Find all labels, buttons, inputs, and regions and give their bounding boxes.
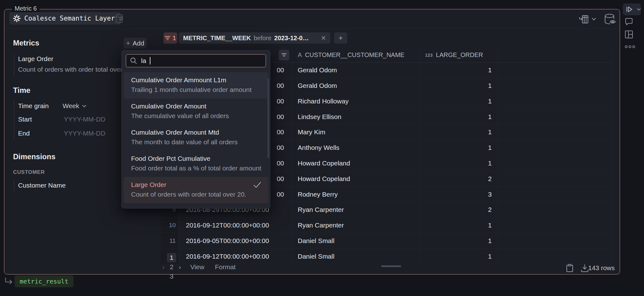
time-grain-select[interactable]: Week — [63, 102, 87, 110]
add-label: Add — [133, 40, 144, 47]
end-date-input[interactable]: YYYY-MM-DD — [64, 130, 105, 137]
search-icon — [130, 57, 137, 64]
page-3[interactable]: 3 — [167, 272, 176, 281]
large-order-cell: 1 — [420, 94, 498, 109]
filter-count-chip[interactable]: 1 — [163, 32, 177, 44]
customer-name-cell: Ryan Carpenter — [293, 218, 420, 233]
metric-option-description: The month to date value of all orders — [131, 138, 268, 146]
customer-name-cell: Howard Copeland — [293, 171, 420, 186]
format-menu[interactable]: Format — [215, 263, 236, 271]
download-icon[interactable] — [581, 264, 589, 272]
dimension-indent-bar — [14, 180, 14, 192]
run-cell-button[interactable] — [623, 3, 641, 15]
next-page-icon[interactable]: › — [179, 263, 181, 271]
empty-cell — [498, 202, 613, 217]
empty-cell — [498, 63, 613, 78]
metric-item-description: Count of orders with order total over 20… — [18, 66, 133, 73]
filter-field: METRIC_TIME__WEEK — [183, 35, 251, 42]
time-grain-label: Time grain — [18, 102, 49, 110]
output-table-toggle-icon[interactable] — [579, 15, 589, 24]
metric-time-cell: 2016-09-12T00:00:00+00:00 — [179, 218, 293, 233]
empty-column-header — [498, 48, 613, 62]
view-menu[interactable]: View — [190, 263, 204, 271]
empty-cell — [498, 233, 613, 248]
filter-operator: before — [254, 35, 272, 42]
remove-filter-icon[interactable]: ✕ — [321, 34, 326, 42]
large-order-cell: 3 — [420, 187, 498, 202]
empty-cell — [498, 125, 613, 140]
metric-option[interactable]: Cumulative Order Amount MtdThe month to … — [124, 125, 268, 151]
column-label: LARGE_ORDER — [436, 51, 483, 59]
prev-page-icon[interactable]: ‹ — [162, 263, 164, 271]
metric-option[interactable]: Cumulative Order Ammount L1mTrailing 1 m… — [124, 72, 268, 98]
time-grain-value: Week — [63, 102, 79, 110]
large-order-cell: 1 — [420, 78, 498, 93]
large-order-cell: 2 — [420, 202, 498, 217]
dropdown-scrollbar[interactable] — [268, 79, 269, 158]
time-heading: Time — [13, 86, 31, 95]
dimensions-heading: Dimensions — [13, 152, 55, 161]
output-table-chevron-icon[interactable] — [591, 17, 596, 21]
view-source-data-icon[interactable] — [603, 13, 618, 25]
empty-cell — [498, 78, 613, 93]
cell-title-bar: Coalesce Semantic Layer — [4, 9, 620, 29]
filter-count: 1 — [173, 35, 176, 42]
output-arrow-icon — [4, 277, 13, 285]
add-filter-button[interactable]: + — [334, 32, 347, 44]
page-2[interactable]: 2 — [167, 262, 176, 272]
large-order-cell: 2 — [420, 171, 498, 186]
time-indent-bar — [14, 101, 14, 139]
table-row[interactable]: 112016-09-05T00:00:00+00:00Daniel Small1 — [161, 233, 613, 249]
check-icon — [253, 181, 261, 188]
more-options-icon[interactable] — [625, 45, 635, 49]
search-query: la — [141, 57, 146, 64]
table-row[interactable]: 102016-09-12T00:00:00+00:00Ryan Carpente… — [161, 218, 613, 233]
empty-cell — [498, 109, 613, 124]
customer-name-cell: Rodney Berry — [293, 187, 420, 202]
metric-option[interactable]: Large OrderCount of orders with order to… — [124, 177, 268, 203]
start-date-input[interactable]: YYYY-MM-DD — [64, 116, 105, 123]
large-order-cell: 1 — [420, 233, 498, 248]
add-metric-button[interactable]: + Add — [124, 38, 147, 49]
output-variable-chip[interactable]: metric_result — [15, 275, 73, 287]
customer-name-cell: Daniel Small — [293, 233, 420, 248]
metric-option-title: Cumulative Order Amount Mtd — [131, 129, 268, 136]
filter-value: 2023-12-0… — [274, 35, 309, 42]
empty-cell — [498, 187, 613, 202]
large-order-cell: 1 — [420, 140, 498, 155]
metric-option[interactable]: Food Order Pct CumulativeFood order tota… — [124, 151, 268, 177]
empty-cell — [498, 140, 613, 155]
text-cursor — [150, 57, 150, 64]
customer-name-column-header[interactable]: A CUSTOMER__CUSTOMER_NAME — [293, 48, 420, 62]
customer-name-cell: Anthony Wells — [293, 140, 420, 155]
column-filter-icon[interactable] — [279, 50, 289, 60]
customer-name-cell: Howard Copeland — [293, 156, 420, 171]
metric-item-large-order[interactable]: Large Order — [18, 55, 53, 63]
layout-panels-icon[interactable] — [625, 30, 633, 39]
metric-option-title: Cumulative Order Amount — [131, 103, 268, 110]
dimension-group-customer: CUSTOMER — [13, 169, 45, 175]
metric-option[interactable]: Cumulative Order AmountThe cumulative va… — [124, 98, 268, 125]
metric-search-input[interactable]: la — [126, 54, 266, 67]
semantic-layer-source-button[interactable]: Coalesce Semantic Layer — [9, 12, 121, 25]
metric-option-list: Cumulative Order Ammount L1mTrailing 1 m… — [124, 72, 268, 203]
customer-name-cell: Richard Holloway — [293, 94, 420, 109]
customer-name-cell: Mary Kim — [293, 125, 420, 140]
row-number: 11 — [161, 233, 179, 248]
empty-cell — [498, 156, 613, 171]
large-order-column-header[interactable]: 123 LARGE_ORDER — [420, 48, 498, 62]
column-label: CUSTOMER__CUSTOMER_NAME — [305, 51, 404, 59]
filter-chip-metric-time[interactable]: METRIC_TIME__WEEK before 2023-12-0… ✕ — [179, 32, 330, 44]
edit-source-icon[interactable] — [115, 13, 125, 25]
customer-name-cell: Gerald Odom — [293, 78, 420, 93]
metric-option-description: The cumulative value of all orders — [131, 112, 268, 120]
horizontal-scrollbar[interactable] — [381, 265, 401, 267]
dimension-item-customer-name[interactable]: Customer Name — [18, 182, 66, 189]
page-1[interactable]: 1 — [167, 253, 176, 262]
comment-icon[interactable] — [625, 18, 633, 26]
text-type-icon: A — [298, 51, 302, 59]
run-options-chevron-icon[interactable] — [637, 8, 641, 11]
plus-icon: + — [126, 40, 130, 47]
large-order-cell: 1 — [420, 63, 498, 78]
copy-table-icon[interactable] — [566, 264, 573, 272]
